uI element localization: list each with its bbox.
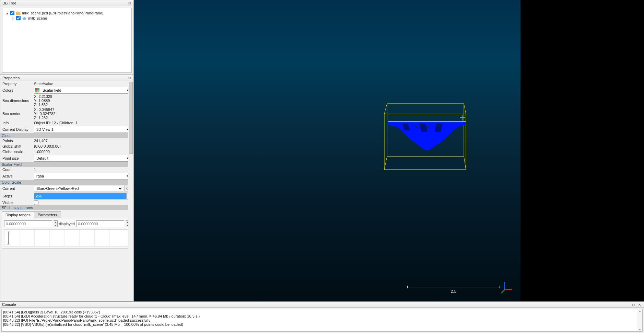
axis-gizmo[interactable] xyxy=(501,280,514,294)
scale-bar: 2.5 xyxy=(407,287,500,292)
current-display-label: Current Display xyxy=(2,127,34,131)
points-value: 241,407 xyxy=(34,139,131,143)
properties-column-headers: Property State/Value xyxy=(0,81,133,87)
console-line: [08:41:54] [LoD][pass 2] Level 10: 29919… xyxy=(3,310,641,314)
visible-label: Visible xyxy=(2,200,34,205)
console-panel: Console ◻ ✕ [08:41:54] [LoD][pass 2] Lev… xyxy=(0,301,644,333)
points-label: Points xyxy=(2,139,34,143)
db-tree-title: DB Tree xyxy=(2,1,16,5)
global-shift-value: (0.00;0.00;0.00) xyxy=(34,144,131,148)
properties-dock-button[interactable]: ◻ xyxy=(128,76,131,80)
steps-input[interactable] xyxy=(34,193,127,199)
svg-line-8 xyxy=(384,157,387,170)
svg-line-7 xyxy=(464,157,466,170)
db-tree-dock-button[interactable]: ◻ xyxy=(128,1,131,5)
properties-title: Properties xyxy=(2,76,20,80)
active-label: Active xyxy=(2,174,34,178)
properties-panel: Properties ◻ Property State/Value Colors… xyxy=(0,75,134,301)
box-center-value: X: 0.045847 Y: -0.324782 Z: 1.282 xyxy=(34,107,131,120)
section-scalar-field: Scalar Field xyxy=(0,162,133,167)
range-min-input[interactable] xyxy=(4,220,52,227)
properties-header: Properties ◻ xyxy=(0,75,133,81)
range-max-input[interactable] xyxy=(76,220,124,227)
range-min-spinner[interactable]: ▲▼ xyxy=(54,220,58,227)
db-tree-panel: DB Tree ◻ ◢ milk_scene.pcd (E:/Projet/Pa… xyxy=(0,0,134,75)
db-tree-header: DB Tree ◻ xyxy=(0,0,133,6)
tab-display-ranges[interactable]: Display ranges xyxy=(2,211,34,218)
tree-item-child[interactable]: ▷ milk_scene xyxy=(4,15,130,21)
tab-parameters[interactable]: Parameters xyxy=(34,211,61,218)
3d-viewport[interactable]: 2.5 xyxy=(134,0,520,301)
tree-collapse-icon[interactable]: ◢ xyxy=(5,11,9,15)
info-value: Object ID: 12 - Children: 1 xyxy=(34,121,131,125)
console-line: [08:43:22] [I/O] File 'E:/Projet/PanoPan… xyxy=(3,318,641,322)
tree-label-child: milk_scene xyxy=(28,16,47,20)
svg-point-9 xyxy=(426,126,429,128)
console-header: Console ◻ ✕ xyxy=(0,302,644,308)
svg-point-10 xyxy=(415,126,417,127)
visible-checkbox[interactable] xyxy=(34,200,38,205)
current-colorscale-label: Current xyxy=(2,186,34,191)
section-sf-display: SF display params xyxy=(0,205,133,210)
console-line: [08:43:22] [VBO] VBO(s) (re)initialized … xyxy=(3,322,641,326)
colorscale-select[interactable]: Blue>Green>Yellow>Red xyxy=(34,185,123,192)
box-dimensions-value: X: 2.21329 Y: 1.0889 Z: 1.562 xyxy=(34,94,131,107)
section-cloud: Cloud xyxy=(0,133,133,138)
global-shift-label: Global shift xyxy=(2,144,34,148)
svg-line-5 xyxy=(384,104,387,114)
console-scrollbar[interactable]: ▴▾ xyxy=(637,309,642,331)
box-center-label: Box center xyxy=(2,107,34,116)
svg-line-15 xyxy=(501,290,505,293)
console-close-button[interactable]: ✕ xyxy=(637,303,642,307)
tree-checkbox-root[interactable] xyxy=(10,11,14,15)
empty-area xyxy=(520,0,644,301)
tree-label-root: milk_scene.pcd (E:/Projet/PanoPano/PanoP… xyxy=(22,11,103,15)
colors-label: Colors xyxy=(2,88,34,92)
scale-value: 2.5 xyxy=(407,287,500,294)
current-display-select[interactable]: 3D View 1 xyxy=(34,126,131,133)
crosshair-icon xyxy=(460,115,465,120)
svg-point-11 xyxy=(437,126,440,127)
range-displayed-label: displayed xyxy=(59,222,75,226)
count-value: 1 xyxy=(34,168,131,172)
active-select[interactable]: rgba xyxy=(34,173,131,180)
section-color-scale: Color Scale xyxy=(0,180,133,185)
box-dimensions-label: Box dimensions xyxy=(2,94,34,103)
tree-expand-icon[interactable]: ▷ xyxy=(11,16,15,20)
sf-display-tabs: Display ranges Parameters xyxy=(2,211,132,218)
db-tree-body[interactable]: ◢ milk_scene.pcd (E:/Projet/PanoPano/Pan… xyxy=(2,8,132,73)
folder-icon xyxy=(16,11,21,15)
point-cloud xyxy=(388,120,466,151)
properties-body: Property State/Value Colors Scalar field… xyxy=(0,81,133,301)
svg-point-1 xyxy=(23,17,24,18)
colors-select[interactable]: Scalar field xyxy=(34,87,131,94)
count-label: Count xyxy=(2,168,34,172)
global-scale-value: 1.000000 xyxy=(34,150,131,154)
point-size-label: Point size xyxy=(2,156,34,160)
properties-scrollbar[interactable] xyxy=(128,81,133,301)
info-label: Info xyxy=(2,121,34,125)
point-size-select[interactable]: Default xyxy=(34,155,131,162)
tree-item-root[interactable]: ◢ milk_scene.pcd (E:/Projet/PanoPano/Pan… xyxy=(4,10,130,15)
console-body[interactable]: [08:41:54] [LoD][pass 2] Level 10: 29919… xyxy=(1,309,643,332)
console-line: [08:41:54] [LoD] Acceleration structure … xyxy=(3,314,641,318)
cloud-icon xyxy=(22,16,27,20)
svg-line-6 xyxy=(464,104,466,114)
tree-checkbox-child[interactable] xyxy=(16,16,21,20)
steps-label: Steps xyxy=(2,194,34,198)
global-scale-label: Global scale xyxy=(2,150,34,154)
console-title: Console xyxy=(2,302,16,307)
histogram[interactable] xyxy=(4,229,130,246)
tab-content: ▲▼ displayed ▲▼ xyxy=(2,218,132,249)
console-dock-button[interactable]: ◻ xyxy=(631,303,636,307)
